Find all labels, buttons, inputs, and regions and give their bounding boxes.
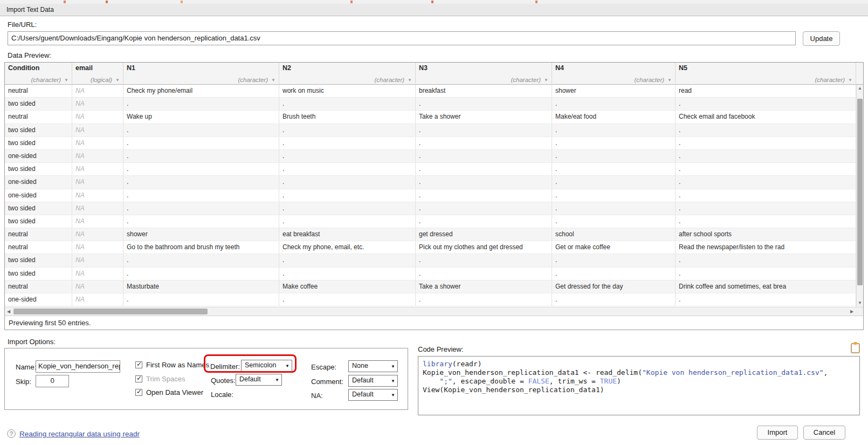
dialog-titlebar[interactable]: Import Text Data: [0, 4, 868, 16]
checkmark-icon: ✓: [136, 374, 142, 382]
column-type-dropdown-icon[interactable]: ▼: [848, 78, 852, 83]
comment-label: Comment:: [311, 378, 343, 386]
quotes-select[interactable]: Default▼: [236, 374, 282, 386]
column-header-n1[interactable]: N1(character)▼: [123, 63, 279, 85]
table-cell: .: [416, 202, 552, 215]
checkbox-box[interactable]: ✓: [135, 361, 142, 368]
table-cell: .: [123, 176, 279, 188]
escape-select[interactable]: None▼: [348, 360, 398, 372]
column-type-dropdown-icon[interactable]: ▼: [64, 78, 68, 83]
table-row: one-sidedNA.....: [5, 189, 863, 202]
table-cell: two sided: [5, 98, 72, 110]
table-cell: .: [676, 163, 856, 175]
table-cell: Read the newspaper/listen to the rad: [676, 241, 856, 254]
table-cell: .: [676, 189, 856, 202]
table-cell: .: [552, 189, 676, 202]
column-header-n2[interactable]: N2(character)▼: [279, 63, 416, 85]
table-cell: .: [676, 98, 856, 110]
column-header-n5[interactable]: N5(character)▼: [676, 63, 856, 85]
column-type-dropdown-icon[interactable]: ▼: [271, 78, 275, 83]
table-cell: .: [123, 98, 279, 110]
help-icon[interactable]: ?: [7, 429, 16, 438]
table-cell: .: [552, 202, 676, 215]
code-segment: "Kopie von henderson_replication_data1.c…: [642, 368, 824, 376]
checkbox-label: Trim Spaces: [146, 375, 185, 383]
table-cell: two sided: [5, 268, 72, 280]
skip-input[interactable]: 0: [36, 375, 69, 387]
code-preview-box[interactable]: library(readr)Kopie_von_henderson_replic…: [418, 356, 860, 415]
na-select[interactable]: Default▼: [348, 389, 398, 401]
table-cell: Drink coffee and sometimes, eat brea: [676, 280, 856, 293]
column-type: (character)▼: [238, 77, 275, 83]
column-type-dropdown-icon[interactable]: ▼: [544, 78, 548, 83]
table-cell: two sided: [5, 124, 72, 136]
table-cell: NA: [72, 163, 123, 175]
table-row: one-sidedNA.....: [5, 176, 863, 189]
table-cell: .: [416, 124, 552, 136]
vertical-scrollbar-thumb[interactable]: [857, 99, 863, 285]
scroll-up-icon[interactable]: ▲: [857, 85, 863, 92]
file-url-input[interactable]: C:/Users/guent/Downloads/Eingang/Kopie v…: [8, 31, 796, 45]
table-cell: .: [416, 176, 552, 188]
column-header-condition[interactable]: Condition(character)▼: [5, 63, 72, 85]
table-cell: .: [123, 137, 279, 149]
table-cell: .: [552, 98, 676, 110]
vertical-scrollbar[interactable]: ▲ ▼: [856, 85, 863, 307]
column-type: (character)▼: [815, 77, 852, 83]
table-cell: .: [123, 150, 279, 162]
horizontal-scrollbar-thumb[interactable]: [13, 309, 208, 314]
column-name: N3: [419, 64, 548, 72]
scroll-left-icon[interactable]: ◀: [5, 307, 12, 316]
table-cell: neutral: [5, 111, 72, 123]
table-cell: NA: [72, 293, 123, 306]
code-line: library(readr): [423, 360, 828, 368]
table-cell: .: [552, 137, 676, 149]
cancel-button[interactable]: Cancel: [803, 426, 845, 440]
table-cell: shower: [123, 228, 279, 241]
column-type: (character)▼: [634, 77, 672, 83]
table-row: one-sidedNA.....: [5, 293, 863, 306]
preview-status-text: Previewing first 50 entries.: [5, 316, 863, 330]
table-cell: Brush teeth: [279, 111, 416, 123]
column-header-email[interactable]: email(logical)▼: [72, 63, 123, 85]
column-type-dropdown-icon[interactable]: ▼: [115, 78, 120, 83]
table-row: neutralNAWake upBrush teethTake a shower…: [5, 111, 863, 124]
checkbox-box[interactable]: ✓: [135, 375, 142, 382]
table-cell: .: [676, 254, 856, 266]
table-row: neutralNAGo to the bathroom and brush my…: [5, 241, 863, 254]
table-cell: NA: [72, 124, 123, 136]
table-cell: .: [552, 163, 676, 175]
copy-to-clipboard-icon[interactable]: [851, 343, 860, 353]
column-type: (logical)▼: [91, 77, 120, 83]
column-header-n4[interactable]: N4(character)▼: [552, 63, 676, 85]
scroll-right-icon[interactable]: ▶: [848, 307, 856, 316]
table-cell: .: [552, 215, 676, 228]
table-cell: .: [279, 268, 416, 280]
column-header-n3[interactable]: N3(character)▼: [416, 63, 552, 85]
table-cell: .: [279, 176, 416, 188]
column-type-dropdown-icon[interactable]: ▼: [667, 78, 672, 83]
table-cell: NA: [72, 137, 123, 149]
comment-select[interactable]: Default▼: [348, 375, 398, 387]
data-preview-panel: Condition(character)▼email(logical)▼N1(c…: [4, 62, 864, 330]
scroll-down-icon[interactable]: ▼: [857, 299, 863, 307]
import-button[interactable]: Import: [757, 426, 798, 440]
table-cell: .: [123, 163, 279, 175]
table-cell: two sided: [5, 202, 72, 215]
readr-help-link[interactable]: Reading rectangular data using readr: [19, 430, 140, 438]
code-segment: , escape_double =: [452, 377, 528, 385]
column-name: N2: [283, 64, 412, 72]
table-cell: Make/eat food: [552, 111, 676, 123]
table-cell: .: [552, 124, 676, 136]
checkbox-label: First Row as Names: [146, 361, 209, 369]
name-input[interactable]: Kopie_von_henderson_rep: [36, 360, 120, 373]
table-cell: .: [123, 215, 279, 228]
table-row: neutralNAshowereat breakfastget dresseds…: [5, 228, 863, 241]
table-cell: .: [552, 293, 676, 306]
table-cell: .: [123, 254, 279, 266]
checkbox-box[interactable]: ✓: [135, 389, 142, 396]
horizontal-scrollbar[interactable]: ◀ ▶: [5, 307, 863, 316]
update-button[interactable]: Update: [803, 31, 840, 46]
column-type-dropdown-icon[interactable]: ▼: [408, 78, 412, 83]
table-cell: NA: [72, 150, 123, 162]
